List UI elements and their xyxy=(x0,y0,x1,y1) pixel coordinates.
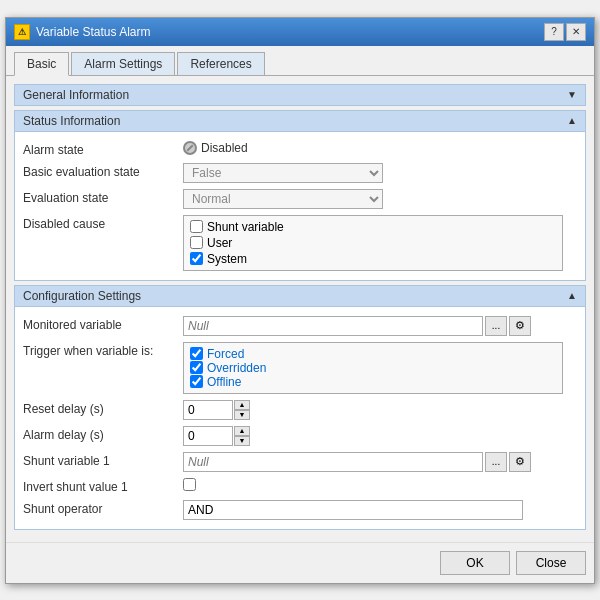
reset-delay-spinner-btns: ▲ ▼ xyxy=(234,400,250,420)
offline-item: Offline xyxy=(190,375,556,389)
monitored-variable-control: ... ⚙ xyxy=(183,316,577,336)
overridden-item: Overridden xyxy=(190,361,556,375)
trigger-when-label: Trigger when variable is: xyxy=(23,342,183,358)
user-checkbox[interactable] xyxy=(190,236,203,249)
reset-delay-up-button[interactable]: ▲ xyxy=(234,400,250,410)
eval-state-select[interactable]: Normal Abnormal xyxy=(183,189,383,209)
config-settings-header: Configuration Settings ▲ xyxy=(14,285,586,307)
forced-checkbox[interactable] xyxy=(190,347,203,360)
dialog: ⚠ Variable Status Alarm ? ✕ Basic Alarm … xyxy=(5,17,595,584)
alarm-state-text: Disabled xyxy=(201,141,248,155)
ok-button[interactable]: OK xyxy=(440,551,510,575)
shunt-operator-select[interactable]: AND OR xyxy=(183,500,523,520)
monitored-variable-browse-button[interactable]: ... xyxy=(485,316,507,336)
alarm-delay-down-button[interactable]: ▼ xyxy=(234,436,250,446)
alarm-delay-up-button[interactable]: ▲ xyxy=(234,426,250,436)
invert-shunt-label: Invert shunt value 1 xyxy=(23,478,183,494)
shunt-variable1-row: Shunt variable 1 ... ⚙ xyxy=(15,449,585,475)
overridden-checkbox[interactable] xyxy=(190,361,203,374)
dialog-footer: OK Close xyxy=(6,542,594,583)
trigger-when-row: Trigger when variable is: Forced Overrid… xyxy=(15,339,585,397)
disabled-cause-row: Disabled cause Shunt variable User xyxy=(15,212,585,274)
reset-delay-down-button[interactable]: ▼ xyxy=(234,410,250,420)
system-item: System xyxy=(190,252,556,266)
status-info-body: Alarm state Disabled Basic evaluation st… xyxy=(14,132,586,281)
alarm-delay-spinner-btns: ▲ ▼ xyxy=(234,426,250,446)
status-info-toggle[interactable]: ▲ xyxy=(567,115,577,126)
config-settings-toggle[interactable]: ▲ xyxy=(567,290,577,301)
monitored-variable-gear-button[interactable]: ⚙ xyxy=(509,316,531,336)
main-content: General Information ▼ Status Information… xyxy=(6,76,594,542)
shunt-variable1-control: ... ⚙ xyxy=(183,452,577,472)
system-label: System xyxy=(207,252,247,266)
shunt-variable1-label: Shunt variable 1 xyxy=(23,452,183,468)
configuration-settings-section: Configuration Settings ▲ Monitored varia… xyxy=(14,285,586,530)
alarm-delay-row: Alarm delay (s) ▲ ▼ xyxy=(15,423,585,449)
monitored-variable-input[interactable] xyxy=(183,316,483,336)
shunt-variable1-gear-button[interactable]: ⚙ xyxy=(509,452,531,472)
shunt-variable1-browse-button[interactable]: ... xyxy=(485,452,507,472)
basic-eval-state-control: False True xyxy=(183,163,577,183)
eval-state-control: Normal Abnormal xyxy=(183,189,577,209)
general-information-section: General Information ▼ xyxy=(14,84,586,106)
window-close-button[interactable]: ✕ xyxy=(566,23,586,41)
disabled-cause-label: Disabled cause xyxy=(23,215,183,231)
offline-checkbox[interactable] xyxy=(190,375,203,388)
tab-basic[interactable]: Basic xyxy=(14,52,69,76)
monitored-variable-label: Monitored variable xyxy=(23,316,183,332)
status-information-section: Status Information ▲ Alarm state Disable… xyxy=(14,110,586,281)
basic-eval-state-select[interactable]: False True xyxy=(183,163,383,183)
disabled-cause-control: Shunt variable User System xyxy=(183,215,577,271)
config-settings-body: Monitored variable ... ⚙ Trigger when va… xyxy=(14,307,586,530)
trigger-group: Forced Overridden Offline xyxy=(183,342,563,394)
alarm-state-label: Alarm state xyxy=(23,141,183,157)
shunt-operator-select-group: AND OR xyxy=(183,500,577,520)
invert-shunt-checkbox[interactable] xyxy=(183,478,196,491)
shunt-variable-checkbox[interactable] xyxy=(190,220,203,233)
config-settings-label: Configuration Settings xyxy=(23,289,141,303)
shunt-variable-label: Shunt variable xyxy=(207,220,284,234)
shunt-variable-item: Shunt variable xyxy=(190,220,556,234)
offline-label: Offline xyxy=(207,375,241,389)
alarm-state-row: Alarm state Disabled xyxy=(15,138,585,160)
general-info-header: General Information ▼ xyxy=(14,84,586,106)
status-info-header: Status Information ▲ xyxy=(14,110,586,132)
user-label: User xyxy=(207,236,232,250)
alarm-delay-input[interactable] xyxy=(183,426,233,446)
overridden-label: Overridden xyxy=(207,361,266,375)
shunt-operator-row: Shunt operator AND OR xyxy=(15,497,585,523)
reset-delay-input[interactable] xyxy=(183,400,233,420)
reset-delay-row: Reset delay (s) ▲ ▼ xyxy=(15,397,585,423)
reset-delay-spinner: ▲ ▼ xyxy=(183,400,577,420)
forced-item: Forced xyxy=(190,347,556,361)
basic-eval-state-label: Basic evaluation state xyxy=(23,163,183,179)
monitored-variable-input-group: ... ⚙ xyxy=(183,316,577,336)
system-checkbox[interactable] xyxy=(190,252,203,265)
trigger-when-control: Forced Overridden Offline xyxy=(183,342,577,394)
alarm-delay-label: Alarm delay (s) xyxy=(23,426,183,442)
forced-label: Forced xyxy=(207,347,244,361)
close-button[interactable]: Close xyxy=(516,551,586,575)
user-item: User xyxy=(190,236,556,250)
shunt-operator-control: AND OR xyxy=(183,500,577,520)
title-bar-left: ⚠ Variable Status Alarm xyxy=(14,24,151,40)
monitored-variable-row: Monitored variable ... ⚙ xyxy=(15,313,585,339)
title-controls: ? ✕ xyxy=(544,23,586,41)
tabs-bar: Basic Alarm Settings References xyxy=(6,46,594,76)
help-button[interactable]: ? xyxy=(544,23,564,41)
alarm-state-value: Disabled xyxy=(183,141,577,155)
content-wrapper: General Information ▼ Status Information… xyxy=(6,76,594,542)
reset-delay-control: ▲ ▼ xyxy=(183,400,577,420)
tab-alarm-settings[interactable]: Alarm Settings xyxy=(71,52,175,75)
alarm-delay-spinner: ▲ ▼ xyxy=(183,426,577,446)
reset-delay-label: Reset delay (s) xyxy=(23,400,183,416)
shunt-variable1-input-group: ... ⚙ xyxy=(183,452,577,472)
status-info-label: Status Information xyxy=(23,114,120,128)
disabled-cause-group: Shunt variable User System xyxy=(183,215,563,271)
general-info-toggle[interactable]: ▼ xyxy=(567,89,577,100)
eval-state-label: Evaluation state xyxy=(23,189,183,205)
disabled-icon xyxy=(183,141,197,155)
tab-references[interactable]: References xyxy=(177,52,264,75)
shunt-variable1-input[interactable] xyxy=(183,452,483,472)
app-icon: ⚠ xyxy=(14,24,30,40)
